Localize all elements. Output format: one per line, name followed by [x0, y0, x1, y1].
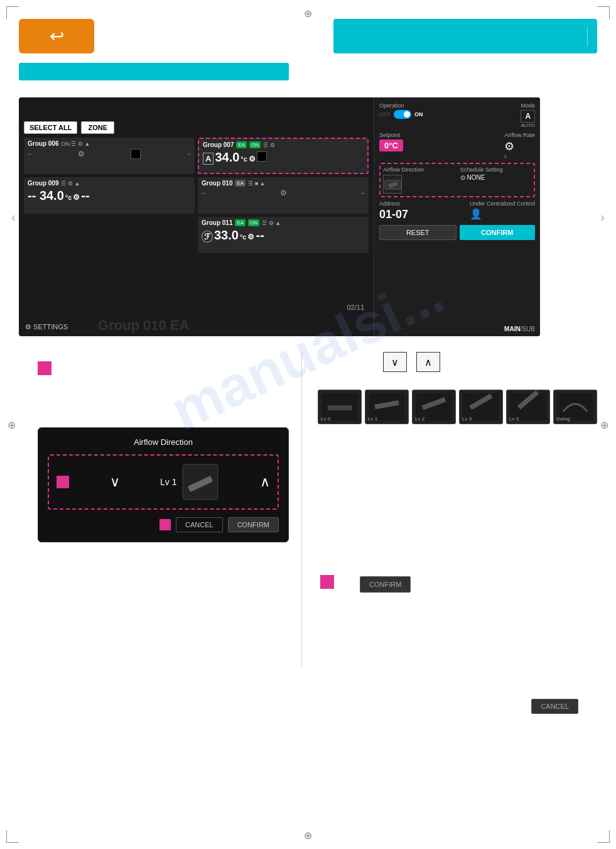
address-left: Address 01-07 [379, 200, 408, 221]
toggle-row: OFF ON [379, 110, 423, 119]
mode-label: Mode [521, 102, 535, 109]
dialog-blade [181, 463, 219, 501]
airflow-level-0[interactable]: Lv 0 [318, 390, 362, 424]
cross-right: ⊕ [600, 419, 608, 430]
pink-marker-3 [320, 575, 334, 589]
airflow-level-swing[interactable]: Swing [553, 390, 597, 424]
reset-confirm-row: RESET CONFIRM [379, 225, 535, 240]
dialog-down-arrow[interactable]: ∨ [110, 474, 120, 490]
corner-mark-tl [6, 6, 19, 19]
on-off-toggle[interactable] [394, 110, 411, 119]
group-009-temp: -- 34.0 °c ⚙ -- [28, 189, 191, 203]
dialog-up-arrow[interactable]: ∧ [260, 474, 270, 490]
group-010-header: Group 010 EA ☰ ■ ▲ [202, 180, 365, 187]
select-all-button[interactable]: SELECT ALL [24, 121, 77, 134]
vertical-divider [301, 352, 302, 666]
airflow-dialog-content: ∨ Lv 1 ∧ [48, 454, 279, 510]
blue-sub-bar [19, 63, 289, 80]
airflow-rate-level: L [504, 153, 535, 159]
right-arrow-icon[interactable]: › [600, 210, 605, 224]
group-card-006[interactable]: Group 006 ON ☰ ⚙ ▲ -- ⚙ -- [24, 138, 195, 174]
select-zone-row: SELECT ALL ZONE [24, 121, 369, 134]
group-006-header: Group 006 ON ☰ ⚙ ▲ [28, 140, 191, 147]
airflow-dir-box: Airflow Direction [383, 167, 457, 194]
setpoint-section: Setpoint 0°C [379, 132, 403, 151]
cross-top: ⊕ [304, 8, 312, 19]
airflow-level-2[interactable]: Lv 2 [412, 390, 456, 424]
dialog-buttons: CANCEL CONFIRM [48, 517, 279, 532]
left-arrow-icon[interactable]: ‹ [11, 210, 16, 224]
airflow-level-3a[interactable]: Lv 3 [459, 390, 503, 424]
none-label: ⊙ NONE [460, 174, 531, 181]
airflow-rate-icon: ⚙ [504, 140, 535, 153]
operation-section: Operation OFF ON [379, 102, 423, 119]
group-card-009[interactable]: Group 009 ☰ ⚙ ▲ -- 34.0 °c ⚙ -- [24, 177, 195, 214]
dialog-pink-marker [57, 476, 69, 488]
cross-bottom: ⊕ [304, 830, 312, 841]
airflow-direction-schedule-section: Airflow Direction Schedule Setting ⊙ NON… [379, 163, 535, 197]
group-card-011[interactable]: Group 011 EA ON ☰ ⚙ ▲ ℱ 33.0 °c ⚙ -- [198, 217, 369, 253]
groups-grid: Group 006 ON ☰ ⚙ ▲ -- ⚙ -- Group 007 EA … [24, 138, 369, 253]
corner-mark-bl [6, 830, 19, 843]
cross-left: ⊕ [8, 419, 16, 430]
address-label: Address [379, 200, 408, 207]
group-011-temp: ℱ 33.0 °c ⚙ -- [202, 228, 365, 243]
nav-left-arrow[interactable]: ‹ [11, 97, 16, 336]
address-section: Address 01-07 Under Centralized Control … [379, 200, 535, 221]
confirm-standalone-button[interactable]: CONFIRM [360, 576, 411, 593]
airflow-direction-dialog: Airflow Direction ∨ Lv 1 ∧ CANCEL CONFIR… [38, 427, 289, 542]
airflow-dir-label: Airflow Direction [383, 167, 457, 173]
main-sub-label: MAIN/SUB [504, 326, 535, 332]
group-007-name: Group 007 [203, 141, 234, 148]
group-011-name: Group 011 [202, 219, 232, 226]
screen-left-panel: SELECT ALL ZONE Group 006 ON ☰ ⚙ ▲ -- ⚙ … [19, 97, 374, 336]
group-card-010[interactable]: Group 010 EA ☰ ■ ▲ -- ⚙ -- [198, 177, 369, 214]
down-arrow-button[interactable]: ∨ [383, 352, 407, 372]
page-indicator: 02/11 [347, 304, 364, 311]
zone-button[interactable]: ZONE [81, 121, 114, 134]
setpoint-value[interactable]: 0°C [379, 140, 403, 151]
group-007-header: Group 007 EA ON ☰ ⚙ [203, 141, 364, 148]
group-009-header: Group 009 ☰ ⚙ ▲ [28, 180, 191, 187]
airflow-level-3b[interactable]: Lv 3 [506, 390, 550, 424]
centralized-label: Under Centralized Control [470, 200, 535, 207]
group-009-name: Group 009 [28, 180, 58, 187]
back-button[interactable]: ↩ [19, 19, 94, 53]
address-row: Address 01-07 Under Centralized Control … [379, 200, 535, 221]
centralized-section: Under Centralized Control 👤 [470, 200, 535, 220]
screen-confirm-button[interactable]: CONFIRM [460, 225, 536, 240]
group-006-bottom: -- ⚙ -- [28, 149, 191, 159]
reset-button[interactable]: RESET [379, 225, 457, 240]
setpoint-label: Setpoint [379, 132, 403, 138]
group-007-temp: A 34.0 °c ⚙ [203, 150, 364, 165]
airflow-level-1[interactable]: Lv 1 [365, 390, 409, 424]
address-value: 01-07 [379, 208, 408, 221]
main-screen: 05/AUG/2010 FRI PM 11:40 SELECT ALL ZONE… [19, 97, 540, 336]
mode-box[interactable]: A [521, 110, 535, 123]
dialog-cancel-button[interactable]: CANCEL [176, 517, 223, 532]
corner-mark-br [597, 830, 610, 843]
auto-label: AUTO [521, 123, 535, 128]
dialog-lv-text: Lv 1 [160, 477, 176, 487]
centralized-icon: 👤 [470, 208, 535, 220]
nav-right-arrow[interactable]: › [600, 97, 605, 336]
svg-rect-3 [328, 405, 352, 410]
screen-right-panel: Operation OFF ON Mode A AUTO Setpoint 0°… [374, 97, 540, 336]
airflow-rate-section: Airflow Rate ⚙ L [504, 132, 535, 159]
top-right-bar [333, 19, 597, 53]
on-label: ON [414, 111, 423, 118]
airflow-levels-row: Lv 0 Lv 1 Lv 2 Lv 3 Lv 3 Swing [318, 390, 597, 424]
dialog-center: Lv 1 [160, 463, 219, 501]
airflow-rate-label: Airflow Rate [504, 132, 535, 138]
group010-label: Group 010 EA [98, 317, 189, 334]
cancel-standalone-button[interactable]: CANCEL [531, 699, 578, 714]
pink-marker-1 [38, 361, 51, 375]
dialog-confirm-button[interactable]: CONFIRM [228, 517, 279, 532]
top-bar-divider [587, 27, 588, 46]
arrow-icons-row: ∨ ∧ [383, 352, 440, 372]
settings-bar[interactable]: ⚙ SETTINGS [25, 323, 68, 331]
up-arrow-button[interactable]: ∧ [416, 352, 440, 372]
group-card-007[interactable]: Group 007 EA ON ☰ ⚙ A 34.0 °c ⚙ [198, 138, 369, 174]
schedule-label: Schedule Setting [460, 167, 531, 173]
mode-section: Mode A AUTO [521, 102, 535, 128]
